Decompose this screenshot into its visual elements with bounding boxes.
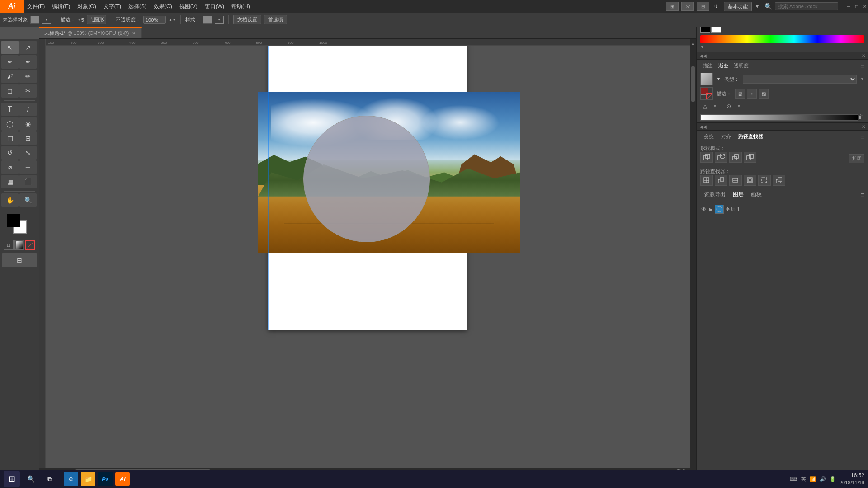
mesh-tool[interactable]: ⊞ [19,131,37,145]
circle-shape[interactable] [303,116,430,242]
stroke-panel-tab[interactable]: 描边 [700,61,716,70]
color-spectrum[interactable] [700,35,864,43]
minus-back-btn[interactable] [773,175,785,186]
pathfinder-collapse-left[interactable]: ◀◀ [699,124,707,129]
stroke-outside-btn[interactable]: ▨ [759,89,769,99]
ai-taskbar-icon[interactable]: Ai [115,472,130,486]
direct-selection-tool[interactable]: ↗ [19,41,37,54]
close-button[interactable]: ✕ [862,3,868,9]
gradient-collapse-left[interactable]: ◀◀ [699,53,707,58]
fill-color-swatch[interactable] [30,16,39,24]
eraser-tool[interactable]: ◻ [1,84,19,98]
doc-settings-button[interactable]: 文档设置 [233,15,261,24]
ps-taskbar-icon[interactable]: Ps [98,472,113,486]
merge-btn[interactable] [729,175,742,186]
selection-tool[interactable]: ↖ [1,41,19,54]
arrange-icon[interactable]: ⊞ [666,2,679,11]
scroll-up-btn[interactable]: ▲ [690,39,696,48]
menu-object[interactable]: 对象(O) [74,0,99,13]
trim-btn[interactable] [715,175,727,186]
task-view-btn[interactable]: ⧉ [42,471,58,487]
menu-effect[interactable]: 效果(C) [150,0,176,13]
search-icon[interactable]: 🔍 [764,3,772,10]
style-swatch[interactable] [203,16,212,24]
send-icon[interactable]: ✈ [712,2,721,11]
line-tool[interactable]: / [19,103,37,116]
workspace-button[interactable]: 基本功能 [724,2,752,11]
gradient-panel-tab[interactable]: 渐变 [716,61,731,70]
graph-tool[interactable]: ▦ [1,175,19,188]
opacity-arrows[interactable]: ▲▼ [169,18,176,22]
opacity-input[interactable] [143,16,166,24]
gradient-collapse-right[interactable]: ✕ [862,53,865,58]
pen-tool[interactable]: ✒ [1,55,19,69]
fill-options[interactable]: ▼ [42,16,51,24]
gradient-mode-btn[interactable] [14,240,24,250]
layer-visibility-btn[interactable]: 👁 [700,206,708,213]
zoom-tool[interactable]: 🔍 [19,193,37,207]
search-input[interactable] [775,2,838,10]
preferences-button[interactable]: 首选项 [264,15,287,24]
ellipse-tool[interactable]: ◯ [1,117,19,131]
assets-export-tab[interactable]: 资源导出 [700,190,729,199]
menu-help[interactable]: 帮助(H) [228,0,254,13]
menu-window[interactable]: 窗口(W) [201,0,228,13]
gradient-stroke-swatch[interactable] [700,87,713,100]
gradient-type-dropdown[interactable]: ▼ [860,77,864,81]
menu-select[interactable]: 选择(S) [125,0,150,13]
gradient-type-select[interactable] [743,75,857,84]
stroke-inside-btn[interactable]: ▧ [735,89,745,99]
workspace-dropdown-icon[interactable]: ▼ [755,3,760,9]
layer-item[interactable]: 👁 ▶ 图层 1 [697,203,868,216]
start-button[interactable]: ⊞ [4,471,20,487]
pencil-tool[interactable]: ✏ [19,70,37,83]
gradient-dropdown[interactable]: ▼ [717,77,721,81]
spectrum-expand[interactable]: ▼ [700,45,704,49]
brush-tool[interactable]: 🖌 [1,70,19,83]
maximize-button[interactable]: □ [854,3,860,9]
divide-btn[interactable] [700,175,713,186]
artboard-tool-btn[interactable]: ⊟ [2,253,37,267]
hand-tool[interactable]: ✋ [1,193,19,207]
scale-tool[interactable]: ⤡ [19,146,37,160]
outline-btn[interactable] [758,175,771,186]
foreground-color-swatch[interactable] [7,214,20,227]
chart-tool[interactable]: ⬛ [19,175,37,188]
paintbucket-tool[interactable]: ◉ [19,117,37,131]
no-fill-btn[interactable] [25,240,35,250]
gradient-delete-btn[interactable]: 🗑 [858,113,864,120]
type-tool[interactable]: T [1,103,19,116]
pathfinder-tab[interactable]: 路径查找器 [735,132,767,141]
rotate-tool[interactable]: ↺ [1,146,19,160]
add-anchor-tool[interactable]: ✒ [19,55,37,69]
align-tab[interactable]: 对齐 [717,132,735,141]
explorer-taskbar-icon[interactable]: 📁 [81,472,95,486]
fill-mode-btn[interactable]: □ [4,240,14,250]
aspect-dropdown[interactable]: ▼ [737,104,741,108]
gradient-tool[interactable]: ◫ [1,131,19,145]
style-dropdown[interactable]: ▼ [215,16,224,24]
layer-expand-btn[interactable]: ▶ [709,207,713,212]
menu-file[interactable]: 文件(F) [24,0,48,13]
vscroll-thumb[interactable] [691,66,695,102]
gradient-preview[interactable] [700,73,713,85]
puppet-tool[interactable]: ✛ [19,160,37,174]
vertical-scrollbar[interactable]: ▲ [690,39,696,468]
artboard-tab[interactable]: 画板 [747,190,765,199]
transparency-panel-tab[interactable]: 透明度 [731,61,751,70]
layers-menu-btn[interactable]: ≡ [861,191,864,198]
pathfinder-menu-btn[interactable]: ≡ [861,133,864,141]
expand-button[interactable]: 扩展 [849,154,864,163]
pathfinder-close-btn[interactable]: ✕ [862,124,865,129]
intersect-btn[interactable] [729,152,742,163]
layers-tab[interactable]: 图层 [729,190,747,199]
search-taskbar-btn[interactable]: 🔍 [23,471,39,487]
transform-tab[interactable]: 变换 [700,132,717,141]
scissors-tool[interactable]: ✂ [19,84,37,98]
stroke-center-btn[interactable]: ▪ [747,89,757,99]
stroke-shape-select[interactable]: 点圆形 [87,15,106,24]
unite-btn[interactable] [700,152,713,163]
crop-btn[interactable] [744,175,756,186]
menu-view[interactable]: 视图(V) [176,0,201,13]
angle-dropdown[interactable]: ▼ [713,104,717,108]
